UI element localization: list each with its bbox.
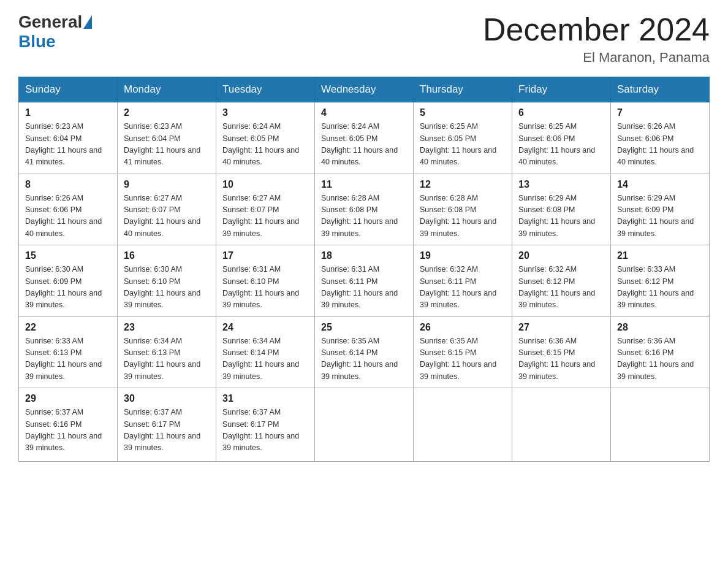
day-info: Sunrise: 6:25 AMSunset: 6:05 PMDaylight:… bbox=[420, 121, 506, 169]
day-number: 20 bbox=[518, 250, 604, 261]
calendar-cell bbox=[512, 388, 611, 462]
day-number: 22 bbox=[25, 322, 111, 333]
day-number: 8 bbox=[25, 179, 111, 190]
title-section: December 2024 El Maranon, Panama bbox=[483, 12, 710, 66]
day-info: Sunrise: 6:35 AMSunset: 6:14 PMDaylight:… bbox=[321, 335, 407, 383]
day-number: 19 bbox=[420, 250, 506, 261]
day-info: Sunrise: 6:28 AMSunset: 6:08 PMDaylight:… bbox=[420, 193, 506, 240]
calendar-cell bbox=[414, 388, 512, 462]
calendar-week-row: 29Sunrise: 6:37 AMSunset: 6:16 PMDayligh… bbox=[19, 388, 710, 462]
day-number: 1 bbox=[25, 107, 111, 118]
calendar-header-monday: Monday bbox=[118, 77, 216, 102]
day-info: Sunrise: 6:24 AMSunset: 6:05 PMDaylight:… bbox=[222, 121, 308, 169]
day-number: 24 bbox=[222, 322, 308, 333]
calendar-cell: 7Sunrise: 6:26 AMSunset: 6:06 PMDaylight… bbox=[611, 102, 710, 174]
day-info: Sunrise: 6:34 AMSunset: 6:13 PMDaylight:… bbox=[124, 335, 210, 383]
logo-general-text: General bbox=[18, 12, 82, 32]
calendar-cell: 8Sunrise: 6:26 AMSunset: 6:06 PMDaylight… bbox=[19, 174, 118, 245]
day-info: Sunrise: 6:32 AMSunset: 6:12 PMDaylight:… bbox=[518, 264, 604, 312]
day-number: 25 bbox=[321, 322, 407, 333]
calendar-cell: 26Sunrise: 6:35 AMSunset: 6:15 PMDayligh… bbox=[414, 316, 512, 388]
month-title: December 2024 bbox=[483, 12, 710, 47]
day-number: 5 bbox=[420, 107, 506, 118]
calendar-cell: 6Sunrise: 6:25 AMSunset: 6:06 PMDaylight… bbox=[512, 102, 611, 174]
calendar-cell bbox=[315, 388, 414, 462]
calendar-week-row: 1Sunrise: 6:23 AMSunset: 6:04 PMDaylight… bbox=[19, 102, 710, 174]
calendar-cell: 24Sunrise: 6:34 AMSunset: 6:14 PMDayligh… bbox=[216, 316, 315, 388]
day-info: Sunrise: 6:36 AMSunset: 6:15 PMDaylight:… bbox=[518, 335, 604, 383]
day-info: Sunrise: 6:29 AMSunset: 6:08 PMDaylight:… bbox=[518, 193, 604, 240]
day-number: 6 bbox=[518, 107, 604, 118]
day-number: 31 bbox=[222, 393, 308, 404]
day-number: 7 bbox=[617, 107, 703, 118]
calendar-cell: 18Sunrise: 6:31 AMSunset: 6:11 PMDayligh… bbox=[315, 245, 414, 317]
calendar-cell: 13Sunrise: 6:29 AMSunset: 6:08 PMDayligh… bbox=[512, 174, 611, 245]
day-number: 11 bbox=[321, 179, 407, 190]
day-number: 30 bbox=[124, 393, 210, 404]
calendar-cell: 2Sunrise: 6:23 AMSunset: 6:04 PMDaylight… bbox=[118, 102, 216, 174]
day-info: Sunrise: 6:32 AMSunset: 6:11 PMDaylight:… bbox=[420, 264, 506, 312]
day-info: Sunrise: 6:26 AMSunset: 6:06 PMDaylight:… bbox=[617, 121, 703, 169]
calendar-header-sunday: Sunday bbox=[19, 77, 118, 102]
calendar-header-wednesday: Wednesday bbox=[315, 77, 414, 102]
calendar-header-saturday: Saturday bbox=[611, 77, 710, 102]
day-info: Sunrise: 6:33 AMSunset: 6:12 PMDaylight:… bbox=[617, 264, 703, 312]
day-number: 28 bbox=[617, 322, 703, 333]
day-number: 16 bbox=[124, 250, 210, 261]
day-info: Sunrise: 6:36 AMSunset: 6:16 PMDaylight:… bbox=[617, 335, 703, 383]
day-number: 13 bbox=[518, 179, 604, 190]
day-number: 21 bbox=[617, 250, 703, 261]
day-number: 4 bbox=[321, 107, 407, 118]
calendar-week-row: 8Sunrise: 6:26 AMSunset: 6:06 PMDaylight… bbox=[19, 174, 710, 245]
day-number: 18 bbox=[321, 250, 407, 261]
day-info: Sunrise: 6:37 AMSunset: 6:17 PMDaylight:… bbox=[124, 407, 210, 454]
day-number: 10 bbox=[222, 179, 308, 190]
calendar-cell: 4Sunrise: 6:24 AMSunset: 6:05 PMDaylight… bbox=[315, 102, 414, 174]
calendar-cell: 27Sunrise: 6:36 AMSunset: 6:15 PMDayligh… bbox=[512, 316, 611, 388]
calendar-header-tuesday: Tuesday bbox=[216, 77, 315, 102]
day-number: 17 bbox=[222, 250, 308, 261]
day-info: Sunrise: 6:27 AMSunset: 6:07 PMDaylight:… bbox=[124, 193, 210, 240]
day-info: Sunrise: 6:24 AMSunset: 6:05 PMDaylight:… bbox=[321, 121, 407, 169]
day-info: Sunrise: 6:37 AMSunset: 6:16 PMDaylight:… bbox=[25, 407, 111, 454]
day-number: 15 bbox=[25, 250, 111, 261]
calendar-header-row: SundayMondayTuesdayWednesdayThursdayFrid… bbox=[19, 77, 710, 102]
calendar-week-row: 15Sunrise: 6:30 AMSunset: 6:09 PMDayligh… bbox=[19, 245, 710, 317]
day-info: Sunrise: 6:26 AMSunset: 6:06 PMDaylight:… bbox=[25, 193, 111, 240]
calendar-cell: 19Sunrise: 6:32 AMSunset: 6:11 PMDayligh… bbox=[414, 245, 512, 317]
calendar-cell: 10Sunrise: 6:27 AMSunset: 6:07 PMDayligh… bbox=[216, 174, 315, 245]
calendar-cell: 21Sunrise: 6:33 AMSunset: 6:12 PMDayligh… bbox=[611, 245, 710, 317]
calendar-cell bbox=[611, 388, 710, 462]
page-header: General Blue December 2024 El Maranon, P… bbox=[18, 12, 710, 66]
calendar-cell: 30Sunrise: 6:37 AMSunset: 6:17 PMDayligh… bbox=[118, 388, 216, 462]
calendar-cell: 28Sunrise: 6:36 AMSunset: 6:16 PMDayligh… bbox=[611, 316, 710, 388]
day-info: Sunrise: 6:27 AMSunset: 6:07 PMDaylight:… bbox=[222, 193, 308, 240]
calendar-cell: 16Sunrise: 6:30 AMSunset: 6:10 PMDayligh… bbox=[118, 245, 216, 317]
day-info: Sunrise: 6:31 AMSunset: 6:10 PMDaylight:… bbox=[222, 264, 308, 312]
calendar-cell: 20Sunrise: 6:32 AMSunset: 6:12 PMDayligh… bbox=[512, 245, 611, 317]
day-info: Sunrise: 6:31 AMSunset: 6:11 PMDaylight:… bbox=[321, 264, 407, 312]
day-info: Sunrise: 6:28 AMSunset: 6:08 PMDaylight:… bbox=[321, 193, 407, 240]
day-number: 23 bbox=[124, 322, 210, 333]
calendar-cell: 11Sunrise: 6:28 AMSunset: 6:08 PMDayligh… bbox=[315, 174, 414, 245]
day-info: Sunrise: 6:37 AMSunset: 6:17 PMDaylight:… bbox=[222, 407, 308, 454]
day-info: Sunrise: 6:25 AMSunset: 6:06 PMDaylight:… bbox=[518, 121, 604, 169]
calendar-header-friday: Friday bbox=[512, 77, 611, 102]
calendar-cell: 22Sunrise: 6:33 AMSunset: 6:13 PMDayligh… bbox=[19, 316, 118, 388]
day-info: Sunrise: 6:35 AMSunset: 6:15 PMDaylight:… bbox=[420, 335, 506, 383]
logo: General Blue bbox=[18, 12, 93, 52]
calendar-cell: 29Sunrise: 6:37 AMSunset: 6:16 PMDayligh… bbox=[19, 388, 118, 462]
logo-blue-text: Blue bbox=[18, 32, 56, 51]
calendar-cell: 25Sunrise: 6:35 AMSunset: 6:14 PMDayligh… bbox=[315, 316, 414, 388]
day-info: Sunrise: 6:23 AMSunset: 6:04 PMDaylight:… bbox=[124, 121, 210, 169]
day-info: Sunrise: 6:34 AMSunset: 6:14 PMDaylight:… bbox=[222, 335, 308, 383]
location-subtitle: El Maranon, Panama bbox=[483, 50, 710, 66]
day-info: Sunrise: 6:33 AMSunset: 6:13 PMDaylight:… bbox=[25, 335, 111, 383]
day-number: 9 bbox=[124, 179, 210, 190]
day-info: Sunrise: 6:29 AMSunset: 6:09 PMDaylight:… bbox=[617, 193, 703, 240]
calendar-cell: 31Sunrise: 6:37 AMSunset: 6:17 PMDayligh… bbox=[216, 388, 315, 462]
day-number: 3 bbox=[222, 107, 308, 118]
calendar-cell: 5Sunrise: 6:25 AMSunset: 6:05 PMDaylight… bbox=[414, 102, 512, 174]
calendar-header-thursday: Thursday bbox=[414, 77, 512, 102]
day-number: 26 bbox=[420, 322, 506, 333]
